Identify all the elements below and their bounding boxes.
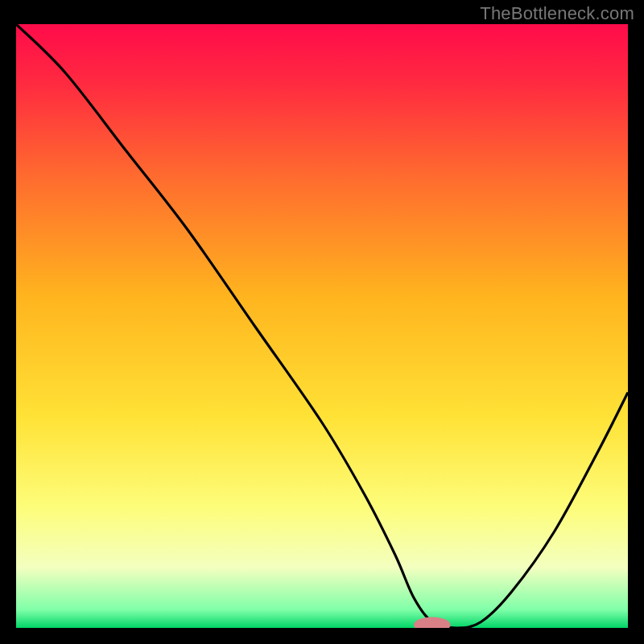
bottleneck-chart-svg [16, 24, 628, 628]
chart-background [16, 24, 628, 628]
chart-container [16, 24, 628, 628]
watermark-text: TheBottleneck.com [480, 3, 634, 24]
